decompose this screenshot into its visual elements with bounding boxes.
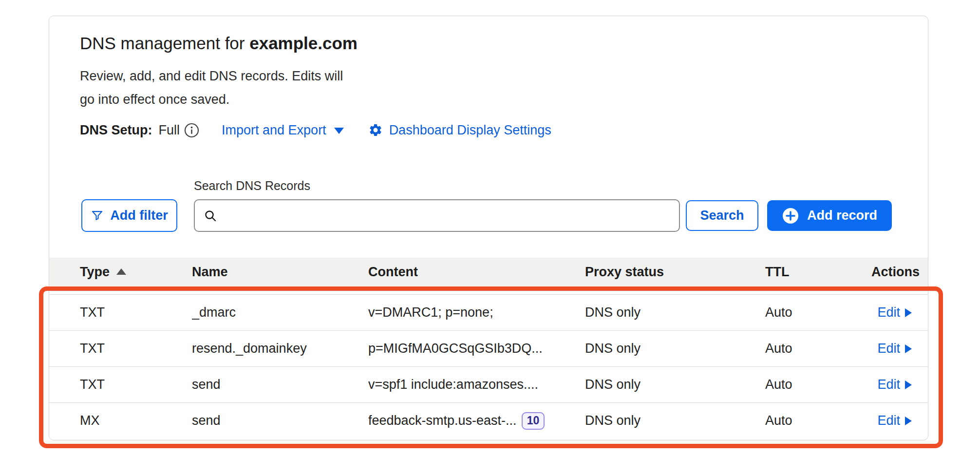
column-header-ttl[interactable]: TTL: [765, 265, 871, 280]
column-header-actions: Actions: [871, 265, 920, 280]
cell-proxy-status: DNS only: [585, 377, 765, 392]
table-row: MX send feedback-smtp.us-east-... 10 DNS…: [49, 402, 928, 438]
add-record-button[interactable]: Add record: [767, 200, 892, 231]
dashboard-display-settings-link[interactable]: Dashboard Display Settings: [368, 123, 551, 138]
cell-actions: Edit: [877, 305, 912, 320]
cell-name: send: [192, 377, 368, 392]
dns-setup-label: DNS Setup:: [80, 123, 152, 138]
cell-type: TXT: [80, 305, 192, 320]
search-box: [194, 199, 680, 232]
plus-circle-icon: [782, 207, 799, 225]
cell-proxy-status: DNS only: [585, 413, 765, 428]
mx-priority-badge: 10: [522, 412, 545, 430]
page: DNS management for example.com Review, a…: [0, 0, 980, 456]
cell-proxy-status: DNS only: [585, 341, 765, 356]
dns-management-card: DNS management for example.com Review, a…: [49, 16, 928, 440]
cell-actions: Edit: [877, 377, 912, 392]
cell-actions: Edit: [877, 341, 912, 356]
cell-content: v=DMARC1; p=none;: [368, 305, 585, 320]
page-title: DNS management for example.com: [80, 34, 358, 53]
sort-ascending-icon: [116, 268, 126, 275]
column-header-proxy-status[interactable]: Proxy status: [585, 265, 765, 280]
page-description: Review, add, and edit DNS records. Edits…: [80, 64, 343, 111]
cell-ttl: Auto: [765, 413, 871, 428]
cell-proxy-status: DNS only: [585, 305, 765, 320]
cell-content: v=spf1 include:amazonses....: [368, 377, 585, 392]
edit-record-button[interactable]: Edit: [877, 305, 912, 320]
edit-arrow-icon: [905, 344, 912, 353]
cell-type: TXT: [80, 341, 192, 356]
column-header-name[interactable]: Name: [192, 265, 368, 280]
search-icon: [204, 209, 217, 223]
edit-arrow-icon: [905, 417, 912, 425]
edit-arrow-icon: [905, 380, 912, 389]
filter-funnel-icon: [91, 209, 104, 222]
cell-type: TXT: [80, 377, 192, 392]
page-title-domain: example.com: [249, 34, 358, 53]
dns-setup-row: DNS Setup: Full Import and Export: [80, 121, 551, 139]
cell-ttl: Auto: [765, 305, 871, 320]
search-dns-records-label: Search DNS Records: [194, 179, 310, 193]
import-export-link[interactable]: Import and Export: [222, 123, 344, 138]
edit-record-button[interactable]: Edit: [877, 341, 912, 356]
cell-ttl: Auto: [765, 341, 871, 356]
cell-content: feedback-smtp.us-east-... 10: [368, 412, 585, 430]
edit-record-button[interactable]: Edit: [877, 413, 912, 428]
info-icon[interactable]: [184, 123, 199, 138]
cell-name: send: [192, 413, 368, 428]
caret-down-icon: [334, 128, 344, 134]
table-body: TXT _dmarc v=DMARC1; p=none; DNS only Au…: [49, 294, 928, 438]
table-row: TXT send v=spf1 include:amazonses.... DN…: [49, 366, 928, 402]
search-input[interactable]: [223, 200, 670, 231]
toolbar: Add filter Search: [81, 199, 892, 232]
search-button[interactable]: Search: [686, 200, 758, 231]
edit-record-button[interactable]: Edit: [877, 377, 912, 392]
cell-type: MX: [80, 413, 192, 428]
table-header-row: Type Name Content Proxy status TTL Actio…: [49, 258, 928, 286]
dns-setup-value: Full: [159, 123, 180, 138]
column-header-content[interactable]: Content: [368, 265, 585, 280]
cell-ttl: Auto: [765, 377, 871, 392]
cell-actions: Edit: [877, 413, 912, 428]
column-header-type[interactable]: Type: [80, 265, 192, 280]
table-row: TXT _dmarc v=DMARC1; p=none; DNS only Au…: [49, 294, 928, 330]
add-filter-button[interactable]: Add filter: [81, 199, 177, 232]
cell-name: resend._domainkey: [192, 341, 368, 356]
page-title-prefix: DNS management for: [80, 34, 249, 53]
gear-icon: [368, 123, 383, 137]
cell-name: _dmarc: [192, 305, 368, 320]
table-row: TXT resend._domainkey p=MIGfMA0GCSqGSIb3…: [49, 330, 928, 366]
cell-content: p=MIGfMA0GCSqGSIb3DQ...: [368, 341, 585, 356]
edit-arrow-icon: [905, 308, 912, 317]
